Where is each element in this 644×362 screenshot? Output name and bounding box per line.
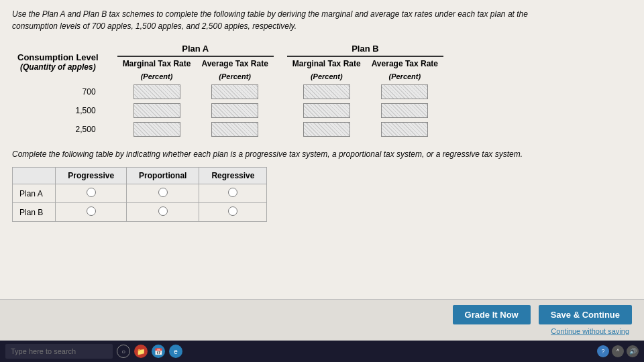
taskbar-browser-icon[interactable]: e [169, 345, 182, 358]
radio-table: Progressive Proportional Regressive Plan… [12, 167, 267, 222]
plan-a-average-header: Average Tax Rate [196, 56, 273, 70]
plan-a-marginal-1500-input[interactable] [133, 103, 180, 118]
table-row: 1,500 [12, 101, 443, 120]
instructions2-block: Complete the following table by indicati… [12, 148, 632, 160]
plan-b-label: Plan B [13, 203, 56, 222]
radio-table-section: Progressive Proportional Regressive Plan… [12, 167, 632, 222]
plan-a-marginal-percent: (Percent) [117, 70, 197, 82]
plan-b-marginal-700-cell[interactable] [287, 82, 366, 101]
proportional-header: Proportional [127, 168, 199, 184]
plan-a-marginal-2500-input[interactable] [133, 122, 180, 137]
plan-b-marginal-percent: (Percent) [287, 70, 366, 82]
taskbar-file-icon[interactable]: 📁 [134, 345, 148, 358]
plan-b-header: Plan B [287, 42, 443, 56]
taskbar-calendar-icon[interactable]: 📅 [152, 345, 165, 358]
plan-a-header: Plan A [117, 42, 274, 56]
continue-link[interactable]: Continue without saving [551, 327, 629, 335]
plan-a-average-700-cell[interactable] [196, 82, 273, 101]
plan-b-marginal-1500-input[interactable] [303, 103, 350, 118]
plan-a-regressive-radio[interactable] [228, 188, 237, 197]
plan-a-proportional-cell[interactable] [127, 184, 199, 203]
plan-b-average-1500-input[interactable] [381, 103, 428, 118]
table-row: 2,500 [12, 120, 443, 139]
instruction-line1: Use the Plan A and Plan B tax schemes to… [12, 9, 528, 19]
plan-b-marginal-700-input[interactable] [303, 84, 350, 99]
plan-col-header [13, 168, 56, 184]
instruction-line2: consumption levels of 700 apples, 1,500 … [12, 21, 297, 31]
table-row: Plan A [13, 184, 267, 203]
plan-b-average-1500-cell[interactable] [366, 101, 443, 120]
plan-b-regressive-radio[interactable] [228, 206, 237, 216]
save-button[interactable]: Save & Continue [539, 305, 632, 324]
tax-table: Consumption Level (Quantity of apples) P… [12, 42, 443, 139]
plan-a-marginal-2500-cell[interactable] [117, 120, 197, 139]
main-content: Use the Plan A and Plan B tax schemes to… [0, 0, 644, 299]
taskbar-speaker-icon[interactable]: 🔊 [627, 345, 639, 357]
plan-a-regressive-cell[interactable] [199, 184, 267, 203]
taskbar-circle-icon[interactable]: ○ [117, 345, 130, 358]
plan-b-progressive-radio[interactable] [87, 206, 96, 216]
plan-a-proportional-radio[interactable] [158, 188, 168, 197]
plan-a-marginal-700-input[interactable] [133, 84, 180, 99]
plan-a-average-percent: (Percent) [196, 70, 273, 82]
plan-b-average-700-cell[interactable] [366, 82, 443, 101]
plan-a-average-2500-input[interactable] [211, 122, 258, 137]
regressive-header: Regressive [199, 168, 267, 184]
plan-b-regressive-cell[interactable] [199, 203, 267, 222]
taskbar-chevron-up-icon[interactable]: ^ [612, 345, 624, 357]
plan-b-average-2500-input[interactable] [381, 122, 428, 137]
plan-a-progressive-radio[interactable] [87, 188, 96, 197]
taskbar-search-input[interactable] [5, 344, 113, 359]
consumption-1500: 1,500 [12, 101, 104, 120]
plan-b-average-percent: (Percent) [366, 70, 443, 82]
plan-a-label: Plan A [13, 184, 56, 203]
plan-b-average-700-input[interactable] [381, 84, 428, 99]
instruction2-text: Complete the following table by indicati… [12, 149, 523, 159]
consumption-2500: 2,500 [12, 120, 104, 139]
plan-a-average-1500-input[interactable] [211, 103, 258, 118]
instructions-block: Use the Plan A and Plan B tax schemes to… [12, 8, 632, 32]
plan-b-marginal-header: Marginal Tax Rate [287, 56, 366, 70]
plan-b-proportional-radio[interactable] [158, 206, 168, 216]
bottom-buttons: Grade It Now Save & Continue [453, 305, 632, 324]
plan-b-marginal-2500-input[interactable] [303, 122, 350, 137]
taskbar-right: ? ^ 🔊 [597, 345, 639, 357]
plan-a-average-1500-cell[interactable] [196, 101, 273, 120]
consumption-level-header: Consumption Level (Quantity of apples) [12, 42, 104, 82]
plan-a-average-700-input[interactable] [211, 84, 258, 99]
grade-button[interactable]: Grade It Now [453, 305, 531, 324]
consumption-700: 700 [12, 82, 104, 101]
plan-a-marginal-1500-cell[interactable] [117, 101, 197, 120]
table-row: 700 [12, 82, 443, 101]
taskbar-help-icon[interactable]: ? [597, 345, 609, 357]
plan-b-marginal-2500-cell[interactable] [287, 120, 366, 139]
progressive-header: Progressive [56, 168, 127, 184]
plan-a-marginal-header: Marginal Tax Rate [117, 56, 197, 70]
table-row: Plan B [13, 203, 267, 222]
taskbar: ○ 📁 📅 e ? ^ 🔊 [0, 341, 644, 362]
plan-b-progressive-cell[interactable] [56, 203, 127, 222]
bottom-bar: Grade It Now Save & Continue Continue wi… [0, 299, 644, 341]
plan-b-average-header: Average Tax Rate [366, 56, 443, 70]
plan-b-marginal-1500-cell[interactable] [287, 101, 366, 120]
plan-a-average-2500-cell[interactable] [196, 120, 273, 139]
plan-a-progressive-cell[interactable] [56, 184, 127, 203]
plan-b-proportional-cell[interactable] [127, 203, 199, 222]
plan-a-marginal-700-cell[interactable] [117, 82, 197, 101]
tax-table-section: Consumption Level (Quantity of apples) P… [12, 42, 632, 139]
plan-b-average-2500-cell[interactable] [366, 120, 443, 139]
